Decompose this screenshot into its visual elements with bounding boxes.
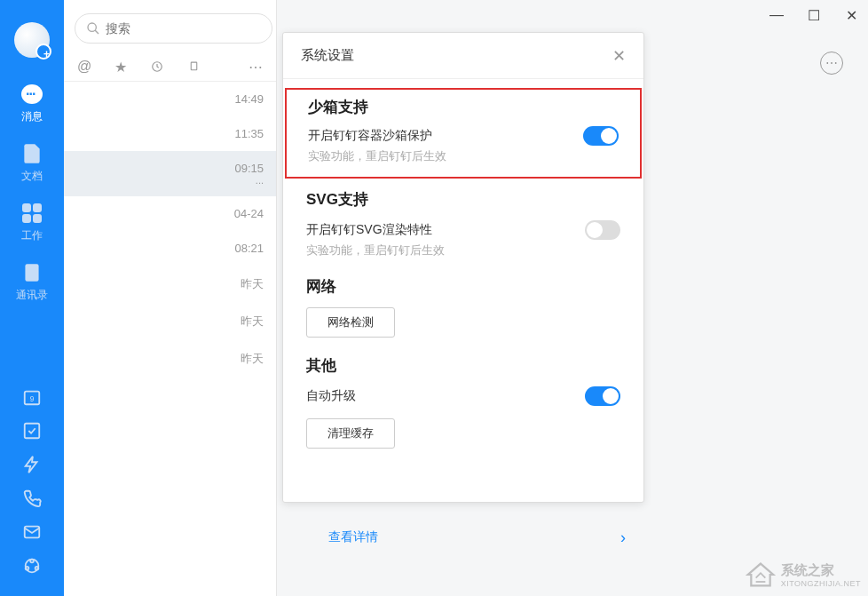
network-detect-button[interactable]: 网络检测 [306,307,395,338]
minimize-button[interactable]: — [770,9,783,21]
nav-messages[interactable]: 消息 [0,74,64,133]
sandbox-desc: 实验功能，重启钉钉后生效 [308,149,619,164]
chat-item[interactable]: 昨天 [64,266,276,303]
other-title: 其他 [306,355,620,376]
svg-rect-3 [25,424,40,439]
chat-time: 11:35 [234,127,264,140]
panel-body: 少箱支持 开启钉钉容器沙箱保护 实验功能，重启钉钉后生效 SVG支持 开启钉钉S… [283,79,643,502]
chat-time: 昨天 [241,351,264,367]
chevron-right-icon: › [620,528,626,547]
window-controls: — ☐ ✕ [770,9,857,21]
phone-icon[interactable] [0,481,64,515]
chat-item[interactable]: 11:35 [64,116,276,151]
svg-point-6 [30,560,34,563]
nav-work-label: 工作 [21,228,43,243]
watermark-text: 系统之家 [781,562,861,579]
watermark: 系统之家 XITONGZHIJIA.NET [745,560,861,589]
sandbox-row: 开启钉钉容器沙箱保护 [308,126,619,146]
cloud-icon[interactable] [0,549,64,583]
svg-desc: 实验功能，重启钉钉后生效 [306,243,620,258]
panel-close-button[interactable]: ✕ [612,46,626,66]
search-icon [86,21,100,36]
at-icon[interactable]: @ [77,60,91,74]
chat-time: 08:21 [234,242,264,255]
star-icon[interactable]: ★ [114,60,128,74]
chat-time: 04-24 [234,207,264,220]
flag-icon[interactable] [186,60,201,74]
clear-cache-button[interactable]: 清理缓存 [306,418,395,449]
svg-toggle[interactable] [585,220,620,240]
sandbox-label: 开启钉钉容器沙箱保护 [308,128,432,144]
maximize-button[interactable]: ☐ [808,9,820,21]
document-icon [20,142,43,165]
svg-point-8 [26,567,29,570]
sidebar-bottom: 9 [0,380,64,596]
other-section: 其他 自动升级 清理缓存 [283,350,643,461]
chat-item[interactable]: 04-24 [64,196,276,231]
panel-header: 系统设置 ✕ [283,33,643,79]
svg-rect-0 [25,264,38,282]
sandbox-section-highlighted: 少箱支持 开启钉钉容器沙箱保护 实验功能，重启钉钉后生效 [285,88,642,179]
auto-upgrade-toggle[interactable] [585,386,620,406]
search-box[interactable] [75,13,272,44]
chat-item-selected[interactable]: 09:15 ... [64,151,276,196]
mail-icon[interactable] [0,515,64,549]
svg-line-10 [95,30,99,34]
filter-row: @ ★ ⋯ [64,52,276,82]
message-icon [20,83,43,106]
nav-contacts-label: 通讯录 [16,288,48,303]
view-details-link[interactable]: 查看详情 › [328,524,626,551]
network-section: 网络 网络检测 [283,271,643,350]
settings-panel: 系统设置 ✕ 少箱支持 开启钉钉容器沙箱保护 实验功能，重启钉钉后生效 SVG支… [282,32,644,503]
auto-upgrade-row: 自动升级 [306,386,620,406]
more-options-button[interactable]: ⋯ [820,52,843,75]
chat-time: 昨天 [241,276,264,292]
nav-messages-label: 消息 [21,109,43,124]
nav-contacts[interactable]: 通讯录 [0,252,64,312]
nav-work[interactable]: 工作 [0,193,64,252]
house-icon [745,560,777,589]
checkbox-icon[interactable] [0,414,64,448]
svg-row: 开启钉钉SVG渲染特性 [306,220,620,240]
svg-title: SVG支持 [306,189,620,210]
calendar-icon[interactable]: 9 [0,380,64,414]
search-row: + [64,0,276,52]
chat-list-panel: + @ ★ ⋯ 14:49 11:35 09:15 ... 04-24 08:2… [64,0,277,596]
sidebar: 消息 文档 工作 通讯录 9 [0,0,64,596]
sandbox-title: 少箱支持 [308,97,619,117]
sandbox-toggle[interactable] [583,126,619,146]
svg-rect-12 [191,62,197,70]
svg-label: 开启钉钉SVG渲染特性 [306,222,432,238]
svg-point-7 [36,567,39,570]
chat-time: 09:15 [234,162,264,175]
panel-title: 系统设置 [301,47,354,64]
chat-sub: ... [256,175,264,186]
chat-item[interactable]: 14:49 [64,82,276,116]
nav-docs-label: 文档 [21,169,43,184]
chat-time: 14:49 [234,92,264,106]
nav-docs[interactable]: 文档 [0,133,64,193]
svg-text:9: 9 [30,395,35,403]
svg-section: SVG支持 开启钉钉SVG渲染特性 实验功能，重启钉钉后生效 [283,184,643,271]
chat-item[interactable]: 昨天 [64,340,276,377]
watermark-subtext: XITONGZHIJIA.NET [781,579,861,588]
network-title: 网络 [306,276,620,297]
search-input[interactable] [106,21,261,36]
chat-item[interactable]: 昨天 [64,303,276,340]
lightning-icon[interactable] [0,448,64,481]
close-button[interactable]: ✕ [845,9,857,21]
view-details-label: 查看详情 [328,529,378,545]
more-filters-icon[interactable]: ⋯ [249,60,263,74]
work-icon [20,202,43,225]
contacts-icon [20,261,43,284]
chat-items: 14:49 11:35 09:15 ... 04-24 08:21 昨天 昨天 … [64,82,276,596]
svg-point-9 [88,23,96,31]
user-avatar[interactable] [14,22,50,58]
clock-icon[interactable] [150,60,164,74]
chat-time: 昨天 [241,314,264,330]
auto-upgrade-label: 自动升级 [306,388,356,404]
chat-item[interactable]: 08:21 [64,231,276,266]
